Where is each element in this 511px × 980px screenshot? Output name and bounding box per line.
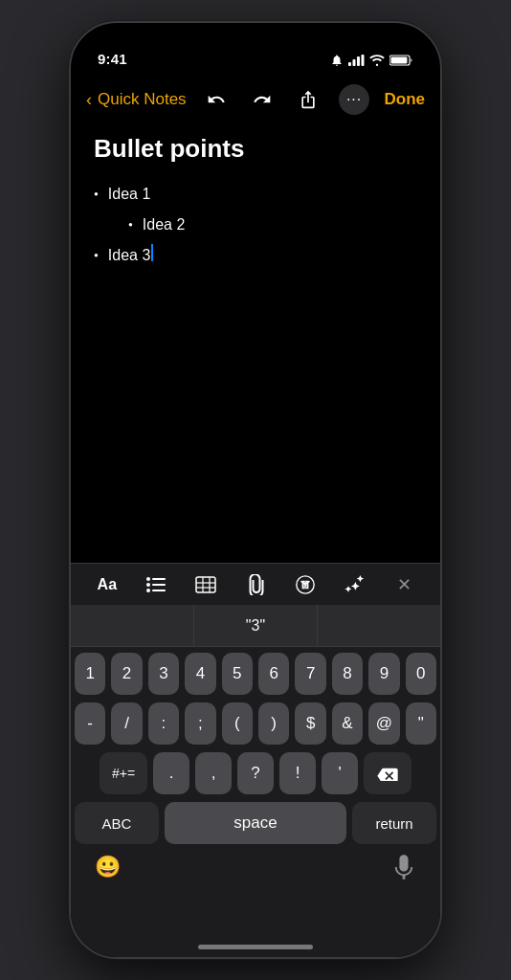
key-quote[interactable]: " bbox=[406, 702, 436, 745]
return-key[interactable]: return bbox=[352, 802, 436, 844]
back-arrow-icon[interactable]: ‹ bbox=[86, 90, 92, 110]
share-icon bbox=[299, 90, 318, 109]
predictive-center[interactable]: "3" bbox=[194, 605, 318, 646]
key-3[interactable]: 3 bbox=[148, 653, 179, 695]
close-icon: ✕ bbox=[397, 574, 411, 595]
note-title: Bullet points bbox=[94, 134, 417, 164]
predictive-left[interactable] bbox=[71, 605, 194, 646]
backspace-button[interactable] bbox=[364, 752, 411, 794]
done-button[interactable]: Done bbox=[385, 90, 426, 109]
nav-bar: ‹ Quick Notes ··· Done bbox=[71, 75, 440, 124]
svg-rect-1 bbox=[353, 59, 356, 66]
undo-button[interactable] bbox=[201, 84, 232, 115]
list-item: ● Idea 2 bbox=[94, 213, 417, 236]
predictive-text-row: "3" bbox=[71, 605, 440, 647]
key-symbols-switch[interactable]: #+= bbox=[100, 752, 147, 794]
wifi-icon bbox=[369, 55, 385, 66]
svg-rect-11 bbox=[152, 590, 166, 591]
key-semicolon[interactable]: ; bbox=[185, 702, 215, 745]
home-indicator[interactable] bbox=[198, 945, 313, 949]
key-exclamation[interactable]: ! bbox=[279, 752, 316, 794]
key-2[interactable]: 2 bbox=[111, 653, 142, 695]
bullet-list: ● Idea 1 ● Idea 2 ● Idea 3 bbox=[94, 183, 417, 267]
keyboard: "3" 1 2 3 4 5 6 7 8 9 0 - / : bbox=[71, 605, 440, 957]
number-row: 1 2 3 4 5 6 7 8 9 0 bbox=[75, 653, 436, 695]
key-5[interactable]: 5 bbox=[222, 653, 253, 695]
svg-rect-12 bbox=[196, 577, 215, 592]
redo-button[interactable] bbox=[247, 84, 278, 115]
emoji-button[interactable]: 😀 bbox=[90, 850, 124, 884]
key-dollar[interactable]: $ bbox=[295, 702, 325, 745]
key-question[interactable]: ? bbox=[237, 752, 274, 794]
key-9[interactable]: 9 bbox=[368, 653, 399, 695]
list-item-text: Idea 2 bbox=[143, 213, 185, 236]
battery-icon bbox=[389, 55, 413, 66]
key-1[interactable]: 1 bbox=[75, 653, 105, 695]
nav-center-icons: ··· bbox=[201, 84, 369, 115]
more-button[interactable]: ··· bbox=[339, 84, 369, 115]
font-format-button[interactable]: Aa bbox=[88, 568, 126, 602]
more-icon: ··· bbox=[346, 91, 362, 108]
space-label: space bbox=[233, 813, 277, 833]
key-6[interactable]: 6 bbox=[258, 653, 289, 695]
key-at[interactable]: @ bbox=[368, 702, 399, 745]
status-time: 9:41 bbox=[98, 51, 127, 67]
key-period[interactable]: . bbox=[153, 752, 189, 794]
signal-icon bbox=[348, 55, 365, 66]
list-item: ● Idea 1 bbox=[94, 183, 417, 206]
abc-label: ABC bbox=[102, 815, 132, 832]
key-close-paren[interactable]: ) bbox=[258, 702, 289, 745]
note-content[interactable]: Bullet points ● Idea 1 ● Idea 2 ● Idea 3 bbox=[71, 124, 440, 565]
bullet-list-button[interactable] bbox=[138, 568, 176, 602]
key-ampersand[interactable]: & bbox=[332, 702, 363, 745]
aa-label: Aa bbox=[98, 576, 117, 593]
symbol-row: - / : ; ( ) $ & @ " bbox=[75, 702, 436, 745]
key-0[interactable]: 0 bbox=[406, 653, 436, 695]
bullet-dot: ● bbox=[94, 189, 99, 200]
svg-rect-9 bbox=[152, 578, 166, 580]
svg-rect-3 bbox=[362, 55, 365, 66]
dynamic-island bbox=[198, 34, 313, 67]
svg-point-6 bbox=[146, 577, 150, 581]
list-item-text: Idea 3 bbox=[108, 244, 150, 267]
svg-point-7 bbox=[146, 583, 150, 587]
mic-button[interactable] bbox=[387, 850, 421, 884]
back-label[interactable]: Quick Notes bbox=[98, 90, 187, 109]
key-minus[interactable]: - bbox=[75, 702, 105, 745]
key-rows: 1 2 3 4 5 6 7 8 9 0 - / : ; ( ) $ & bbox=[71, 647, 440, 794]
power-button[interactable] bbox=[440, 176, 442, 234]
attach-icon bbox=[246, 574, 265, 595]
bullet-dot: ● bbox=[128, 219, 133, 231]
sparkle-button[interactable] bbox=[335, 568, 373, 602]
svg-point-8 bbox=[146, 589, 150, 592]
key-colon[interactable]: : bbox=[148, 702, 179, 745]
redo-icon bbox=[253, 90, 272, 109]
key-4[interactable]: 4 bbox=[185, 653, 215, 695]
list-item: ● Idea 3 bbox=[94, 244, 417, 267]
pen-button[interactable] bbox=[286, 568, 324, 602]
svg-rect-5 bbox=[391, 57, 408, 64]
svg-rect-0 bbox=[348, 62, 351, 66]
abc-switch-button[interactable]: ABC bbox=[75, 802, 159, 844]
key-slash[interactable]: / bbox=[111, 702, 142, 745]
symbols-label: #+= bbox=[112, 766, 135, 781]
space-bar[interactable]: space bbox=[165, 802, 346, 844]
share-button[interactable] bbox=[293, 84, 323, 115]
bottom-row: ABC space return bbox=[71, 802, 440, 844]
attach-button[interactable] bbox=[236, 568, 275, 602]
key-apostrophe[interactable]: ' bbox=[322, 752, 358, 794]
predictive-right[interactable] bbox=[318, 605, 440, 646]
svg-rect-2 bbox=[357, 56, 360, 66]
special-row: #+= . , ? ! ' bbox=[75, 752, 436, 794]
table-button[interactable] bbox=[187, 568, 225, 602]
key-comma[interactable]: , bbox=[195, 752, 232, 794]
sparkle-icon bbox=[344, 574, 365, 595]
close-toolbar-button[interactable]: ✕ bbox=[385, 568, 423, 602]
formatting-toolbar: Aa bbox=[71, 563, 440, 605]
undo-icon bbox=[207, 90, 226, 109]
key-open-paren[interactable]: ( bbox=[222, 702, 253, 745]
predictive-suggestion: "3" bbox=[246, 617, 265, 635]
key-7[interactable]: 7 bbox=[295, 653, 325, 695]
key-8[interactable]: 8 bbox=[332, 653, 363, 695]
phone-frame: 9:41 bbox=[69, 21, 442, 959]
